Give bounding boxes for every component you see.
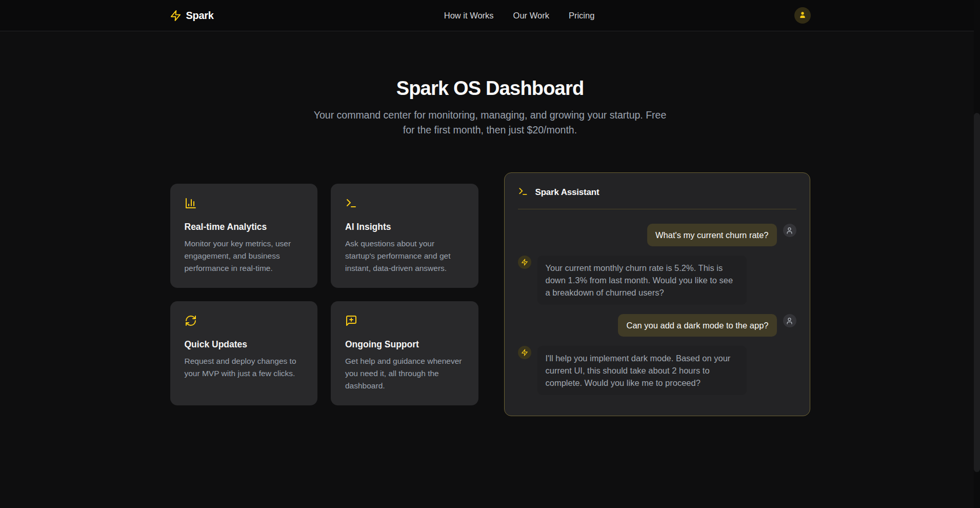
zap-icon [170,10,182,22]
assistant-divider [518,209,796,209]
user-icon [798,11,807,21]
top-nav: Spark How it Works Our Work Pricing [0,0,980,31]
feature-card-ongoing-support: Ongoing Support Get help and guidance wh… [331,301,478,405]
user-avatar-icon [783,224,796,237]
assistant-messages: What's my current churn rate? Your curre… [518,224,796,403]
chat-message-assistant: I'll help you implement dark mode. Based… [518,346,796,395]
spark-assistant-panel: Spark Assistant What's my current churn … [504,172,810,416]
feature-description: Get help and guidance whenever you need … [345,355,464,392]
assistant-title: Spark Assistant [535,187,599,198]
top-nav-inner: Spark How it Works Our Work Pricing [170,0,811,31]
brand[interactable]: Spark [170,10,214,22]
page-subtitle: Your command center for monitoring, mana… [311,108,670,138]
feature-card-quick-updates: Quick Updates Request and deploy changes… [170,301,318,405]
bar-chart-icon [185,197,304,211]
assistant-message-bubble: Your current monthly churn rate is 5.2%.… [537,256,747,305]
chat-message-user: Can you add a dark mode to the app? [518,314,796,337]
features-grid: Real-time Analytics Monitor your key met… [170,184,478,405]
feature-title: Quick Updates [185,339,304,350]
terminal-icon [345,197,464,211]
page-scrollbar[interactable] [974,0,980,508]
user-message-bubble: Can you add a dark mode to the app? [618,314,776,337]
content-row: Real-time Analytics Monitor your key met… [170,172,810,416]
feature-card-realtime-analytics: Real-time Analytics Monitor your key met… [170,184,318,288]
nav-link-how-it-works[interactable]: How it Works [444,11,494,21]
nav-link-our-work[interactable]: Our Work [513,11,549,21]
nav-link-pricing[interactable]: Pricing [569,11,594,21]
user-message-bubble: What's my current churn rate? [647,224,776,246]
message-square-plus-icon [345,315,464,329]
chat-message-assistant: Your current monthly churn rate is 5.2%.… [518,256,796,305]
page-title: Spark OS Dashboard [0,77,980,100]
feature-title: Real-time Analytics [185,222,304,232]
assistant-header: Spark Assistant [518,186,796,199]
feature-title: Ongoing Support [345,339,464,350]
assistant-message-bubble: I'll help you implement dark mode. Based… [537,346,747,395]
zap-icon [518,256,531,269]
feature-description: Monitor your key metrics, user engagemen… [185,238,304,275]
brand-label: Spark [186,10,214,22]
page-scrollbar-thumb[interactable] [974,113,980,472]
hero-section: Spark OS Dashboard Your command center f… [0,31,980,138]
feature-title: AI Insights [345,222,464,232]
account-avatar-button[interactable] [794,7,811,24]
terminal-icon [518,186,528,199]
nav-links: How it Works Our Work Pricing [245,11,794,21]
feature-description: Request and deploy changes to your MVP w… [185,355,304,380]
user-avatar-icon [783,314,796,327]
feature-card-ai-insights: AI Insights Ask questions about your sta… [331,184,478,288]
feature-description: Ask questions about your startup's perfo… [345,238,464,275]
refresh-icon [185,315,304,329]
zap-icon [518,346,531,359]
chat-message-user: What's my current churn rate? [518,224,796,246]
